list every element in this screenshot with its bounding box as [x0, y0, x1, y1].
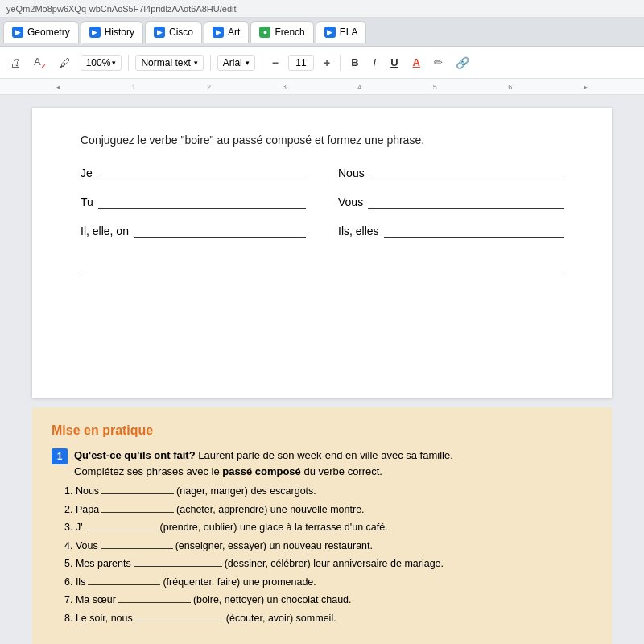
- separator-2: [210, 55, 211, 71]
- il-label: Il, elle, on: [80, 225, 129, 237]
- link-icon[interactable]: 🔗: [452, 55, 473, 71]
- list-item: 1. Nous(nager, manger) des escargots.: [64, 482, 592, 501]
- geometry-tab-icon: ▶: [12, 27, 23, 38]
- tabs-bar: ▶ Geometry ▶ History ▶ Cisco ▶ Art ● Fre…: [0, 18, 644, 47]
- je-line: [97, 166, 306, 180]
- tab-french[interactable]: ● French: [250, 21, 313, 43]
- separator-4: [340, 55, 341, 71]
- underline-button[interactable]: U: [386, 55, 402, 70]
- conj-nous: Nous: [338, 166, 564, 180]
- tu-label: Tu: [80, 196, 93, 208]
- fill-6: [88, 584, 160, 585]
- font-size-decrease-icon[interactable]: −: [269, 55, 282, 71]
- fill-8: [135, 621, 224, 621]
- list-item: 7. Ma sœur(boire, nettoyer) un chocolat …: [64, 591, 592, 609]
- exercise-1-number: 1: [52, 448, 68, 464]
- mise-title: Mise en pratique: [52, 423, 592, 438]
- conj-il: Il, elle, on: [80, 224, 306, 238]
- list-item: 3. J'(prendre, oublier) une glace à la t…: [64, 518, 592, 537]
- fill-5: [134, 566, 222, 567]
- separator-1: [128, 55, 129, 71]
- font-dropdown[interactable]: Arial ▾: [217, 55, 255, 71]
- history-tab-icon: ▶: [89, 27, 101, 38]
- separator-3: [262, 55, 262, 71]
- list-item: 8. Le soir, nous(écouter, avoir) sommeil…: [64, 609, 592, 628]
- style-dropdown[interactable]: Normal text ▾: [135, 55, 203, 71]
- zoom-dropdown[interactable]: 100% ▾: [80, 55, 122, 71]
- exercise-1-instruction: Complétez ses phrases avec le passé comp…: [74, 465, 382, 477]
- page: Conjuguez le verbe "boire" au passé comp…: [32, 108, 612, 398]
- exercise-1-question: Qu'est-ce qu'ils ont fait? Laurent parle…: [74, 448, 453, 479]
- art-tab-label: Art: [228, 27, 240, 38]
- list-item: 2. Papa(acheter, apprendre) une nouvelle…: [64, 501, 592, 519]
- tab-history[interactable]: ▶ History: [80, 21, 143, 43]
- tab-ela[interactable]: ▶ ELA: [316, 21, 367, 43]
- fill-1: [101, 493, 174, 494]
- tab-art[interactable]: ▶ Art: [204, 21, 249, 43]
- vous-label: Vous: [338, 196, 363, 208]
- conj-je: Je: [80, 166, 306, 180]
- exercise-1-title: Qu'est-ce qu'ils ont fait?: [74, 449, 196, 461]
- list-item: 6. Ils(fréquenter, faire) une promenade.: [64, 573, 592, 592]
- ela-tab-label: ELA: [340, 27, 358, 38]
- tab-cisco[interactable]: ▶ Cisco: [145, 21, 202, 43]
- history-tab-label: History: [105, 27, 134, 38]
- exercise-1-header: 1 Qu'est-ce qu'ils ont fait? Laurent par…: [52, 448, 592, 479]
- cisco-tab-icon: ▶: [154, 27, 165, 38]
- ela-tab-icon: ▶: [324, 27, 336, 38]
- url-bar: yeQm2Mo8pw6XQq-wbCnAoS5F7l4pridlzAAot6A8…: [0, 0, 644, 18]
- document-area: Conjuguez le verbe "boire" au passé comp…: [0, 95, 644, 644]
- conj-tu: Tu: [80, 195, 306, 209]
- geometry-tab-label: Geometry: [27, 27, 70, 38]
- print-icon[interactable]: 🖨: [6, 55, 24, 71]
- instruction-text: Conjuguez le verbe "boire" au passé comp…: [80, 134, 564, 147]
- list-item: 5. Mes parents(dessiner, célébrer) leur …: [64, 555, 592, 573]
- italic-button[interactable]: I: [369, 55, 381, 70]
- je-label: Je: [80, 167, 93, 180]
- mise-en-pratique-section: Mise en pratique 1 Qu'est-ce qu'ils ont …: [32, 407, 612, 644]
- zoom-value: 100%: [86, 57, 111, 68]
- exercise-1-items: 1. Nous(nager, manger) des escargots. 2.…: [64, 482, 592, 627]
- tu-line: [98, 195, 306, 209]
- cisco-tab-label: Cisco: [169, 27, 193, 38]
- french-tab-icon: ●: [259, 27, 270, 38]
- tab-geometry[interactable]: ▶ Geometry: [3, 21, 79, 43]
- vous-line: [368, 195, 564, 209]
- font-size-input[interactable]: 11: [288, 55, 314, 71]
- conjugation-grid: Je Nous Tu Vous Il, elle, on Ils, elles: [80, 166, 564, 238]
- font-label: Arial: [223, 57, 242, 68]
- fill-3: [85, 530, 158, 530]
- url-text: yeQm2Mo8pw6XQq-wbCnAoS5F7l4pridlzAAot6A8…: [6, 4, 237, 14]
- spell-icon[interactable]: A✓: [31, 54, 50, 72]
- conj-ils: Ils, elles: [338, 224, 564, 238]
- ils-line: [384, 224, 564, 238]
- art-tab-icon: ▶: [213, 27, 224, 38]
- style-label: Normal text: [141, 57, 190, 68]
- nous-label: Nous: [338, 167, 365, 180]
- style-chevron-icon: ▾: [194, 59, 198, 67]
- exercise-1: 1 Qu'est-ce qu'ils ont fait? Laurent par…: [52, 448, 592, 627]
- paint-format-icon[interactable]: 🖊: [56, 55, 74, 71]
- fill-7: [118, 602, 191, 603]
- french-tab-label: French: [275, 27, 304, 38]
- font-size-increase-icon[interactable]: +: [320, 55, 333, 71]
- fill-2: [101, 512, 174, 513]
- bold-button[interactable]: B: [347, 55, 362, 70]
- list-item: 4. Vous(enseigner, essayer) un nouveau r…: [64, 537, 592, 555]
- nous-line: [369, 166, 564, 180]
- font-color-button[interactable]: A: [409, 55, 424, 70]
- exercise-1-description: Laurent parle de son week-end en ville a…: [198, 449, 453, 461]
- long-writing-line: [80, 261, 564, 275]
- font-chevron-icon: ▾: [246, 59, 250, 67]
- toolbar: 🖨 A✓ 🖊 100% ▾ Normal text ▾ Arial ▾ − 11…: [0, 47, 644, 79]
- fill-4: [101, 548, 173, 549]
- zoom-chevron-icon: ▾: [112, 59, 116, 67]
- il-line: [134, 224, 306, 238]
- ils-label: Ils, elles: [338, 225, 379, 237]
- highlight-icon[interactable]: ✏: [431, 55, 446, 70]
- ruler: ◂ 1 2 3 4 5 6 ▸: [0, 79, 644, 95]
- conj-vous: Vous: [338, 195, 564, 209]
